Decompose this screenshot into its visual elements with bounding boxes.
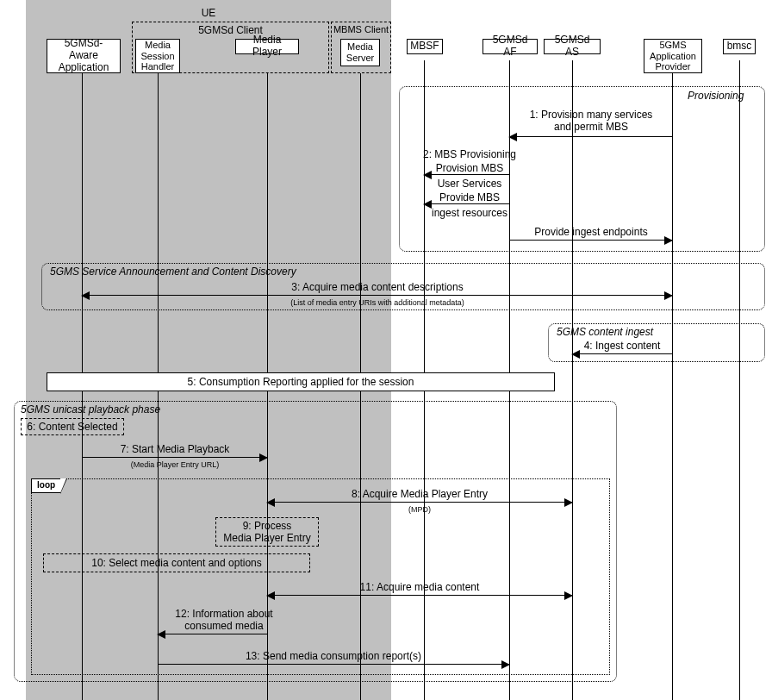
head-5gmsd-as: 5GMSd AS [544,39,601,54]
msg-2b-label: User Services [438,178,502,190]
msg-2c-label: Provide MBS [439,191,500,203]
msg-2-provision-mbs [424,174,509,175]
msg-8 [267,502,572,503]
msg-12 [158,634,267,634]
loop-fragment [31,478,610,675]
caption-provisioning: Provisioning [688,90,744,102]
caption-announcement: 5GMS Service Announcement and Content Di… [50,266,296,278]
msg-3-label: 3: Acquire media content descriptions [291,281,463,293]
msg-8-sub: (MPD) [408,505,431,514]
caption-ingest: 5GMS content ingest [557,326,653,338]
loop-tab: loop [31,478,61,493]
msg-3-sub: (List of media entry URIs with additiona… [290,298,464,307]
msg-3 [82,295,672,296]
head-media-player: Media Player [235,39,299,54]
head-5gmsd-aware-app: 5GMSd-Aware Application [47,39,121,73]
head-5gmsd-af: 5GMSd AF [482,39,538,54]
msg-2e [509,240,672,241]
head-media-server: Media Server [340,39,380,66]
msg-2-title: 2: MBS Provisioning [423,148,516,160]
msg-1-label: 1: Provision many services and permit MB… [530,109,653,133]
msg-1 [509,136,672,137]
msg-9-note: 9: Process Media Player Entry [215,517,319,547]
msg-10-note: 10: Select media content and options [43,553,310,572]
msg-11 [267,595,572,596]
msg-2d-label: ingest resources [432,207,507,219]
msg-7-sub: (Media Player Entry URL) [131,460,220,469]
head-bmsc: bmsc [723,39,756,54]
msg-13-label: 13: Send media consumption report(s) [246,650,421,662]
msg-12-label: 12: Information about consumed media [175,608,272,632]
head-mbsf: MBSF [407,39,443,54]
msg-8-label: 8: Acquire Media Player Entry [352,488,488,500]
ue-group-label: UE [26,7,391,19]
msg-6-note: 6: Content Selected [21,418,124,435]
msg-2a-label: Provision MBS [436,162,504,174]
label-mbms-client: MBMS Client [329,24,393,34]
label-5gmsd-client: 5GMSd Client [132,24,329,36]
caption-playback: 5GMS unicast playback phase [21,403,160,416]
msg-4-label: 4: Ingest content [584,340,661,352]
msg-13 [158,664,509,665]
msg-4 [572,353,672,354]
msg-7 [82,457,267,458]
head-5gms-provider: 5GMS Application Provider [644,39,702,73]
msg-11-label: 11: Acquire media content [360,581,480,593]
sequence-diagram: UE 5GMSd Client MBMS Client 5GMSd-Aware … [0,0,772,700]
msg-5-note: 5: Consumption Reporting applied for the… [47,372,555,391]
head-media-session-handler: Media Session Handler [135,39,180,73]
msg-2e-label: Provide ingest endpoints [534,226,647,238]
msg-2-provide-mbs-ingest [424,203,509,204]
msg-7-label: 7: Start Media Playback [121,443,230,455]
